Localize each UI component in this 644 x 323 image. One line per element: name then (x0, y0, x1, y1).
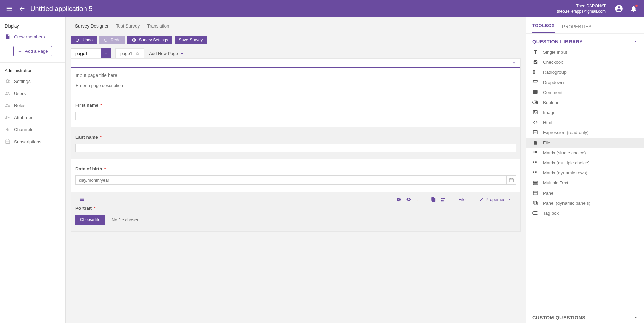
radio-icon (532, 69, 538, 75)
tool-comment[interactable]: Comment (526, 87, 644, 97)
svg-rect-3 (509, 179, 513, 182)
delete-question-icon[interactable] (396, 196, 402, 202)
calendar-icon[interactable] (507, 175, 516, 185)
menu-icon[interactable] (5, 4, 14, 13)
tab-translation[interactable]: Translation (147, 23, 169, 32)
multitext-icon (532, 180, 538, 186)
drag-handle-icon[interactable] (79, 196, 85, 202)
page-icon (5, 34, 11, 40)
back-icon[interactable] (17, 4, 27, 13)
right-tabs: TOOLBOX PROPERTIES (526, 17, 644, 34)
chevron-up-icon (633, 39, 638, 44)
notification-dot-icon (635, 4, 638, 7)
sidebar: Display Crew members Add a Page Administ… (0, 17, 66, 323)
svg-rect-33 (533, 184, 537, 185)
question-properties-button[interactable]: Properties (478, 197, 513, 202)
tool-panel[interactable]: Panel (526, 188, 644, 198)
sidebar-admin-label: Administration (0, 64, 65, 75)
visibility-icon[interactable] (406, 196, 412, 202)
tool-html[interactable]: Html (526, 117, 644, 127)
sidebar-item-users[interactable]: Users (0, 87, 65, 99)
question-library-header[interactable]: QUESTION LIBRARY (526, 34, 644, 47)
first-name-input[interactable] (75, 112, 516, 120)
page-select[interactable]: page1 (71, 48, 111, 58)
tool-expression[interactable]: Expression (read-only) (526, 127, 644, 138)
channels-icon (5, 126, 11, 132)
tool-matrix-single[interactable]: Matrix (single choice) (526, 148, 644, 158)
panel-resizer[interactable] (526, 17, 527, 323)
sidebar-item-subscriptions[interactable]: Subscriptions (0, 136, 65, 148)
tool-tag-box[interactable]: Tag box (526, 208, 644, 218)
save-survey-button[interactable]: Save Survey (175, 36, 207, 44)
tool-matrix-multiple[interactable]: Matrix (multiple choice) (526, 158, 644, 168)
page-tab-page1[interactable]: page1 (115, 48, 144, 58)
sidebar-item-roles[interactable]: Roles (0, 99, 65, 111)
tool-matrix-dynamic[interactable]: Matrix (dynamic rows) (526, 168, 644, 178)
sidebar-item-crew-members[interactable]: Crew members (0, 31, 65, 43)
survey-settings-button[interactable]: Survey Settings (127, 36, 172, 44)
tool-checkbox[interactable]: Checkbox (526, 57, 644, 67)
custom-questions-header[interactable]: CUSTOM QUESTIONS (526, 310, 644, 323)
chevron-down-icon (633, 315, 638, 320)
page-title: Untitled application 5 (30, 5, 93, 13)
svg-point-0 (6, 104, 8, 105)
add-new-page-button[interactable]: Add New Page + (144, 48, 188, 58)
tool-file[interactable]: File (526, 138, 644, 148)
tool-dropdown[interactable]: Dropdown (526, 77, 644, 87)
account-icon[interactable] (613, 3, 625, 14)
tool-image[interactable]: Image (526, 107, 644, 117)
last-name-input[interactable] (75, 144, 516, 152)
collapse-page-icon[interactable] (511, 60, 517, 66)
redo-button[interactable]: Redo (99, 36, 125, 44)
file-status: No file chosen (112, 217, 139, 222)
survey-canvas: First name* Last name* Date of birth* (71, 58, 521, 232)
sidebar-item-channels[interactable]: Channels (0, 123, 65, 136)
sidebar-item-label: Channels (14, 127, 33, 132)
tab-properties[interactable]: PROPERTIES (562, 24, 592, 33)
copy-question-icon[interactable] (431, 196, 437, 202)
question-first-name[interactable]: First name* (71, 95, 520, 127)
svg-point-17 (534, 152, 535, 153)
undo-button[interactable]: Undo (71, 36, 97, 44)
add-to-toolbox-icon[interactable] (440, 196, 446, 202)
sidebar-item-attributes[interactable]: Attributes (0, 111, 65, 123)
question-label: First name (75, 103, 98, 108)
chevron-down-icon[interactable] (101, 48, 111, 58)
tab-toolbox[interactable]: TOOLBOX (532, 23, 555, 33)
question-label: Last name (75, 134, 98, 140)
page-description-input[interactable] (76, 82, 516, 89)
toggle-icon (532, 99, 538, 105)
question-last-name[interactable]: Last name* (71, 127, 520, 159)
attributes-icon (5, 114, 11, 120)
svg-rect-31 (533, 181, 537, 182)
sidebar-item-settings[interactable]: Settings (0, 75, 65, 87)
required-toggle-icon[interactable]: ! (415, 196, 421, 202)
tool-boolean[interactable]: Boolean (526, 97, 644, 107)
question-portrait[interactable]: ! File Properties (71, 192, 520, 231)
gear-icon (131, 38, 136, 42)
choose-file-button[interactable]: Choose file (75, 215, 105, 225)
page-title-input[interactable] (76, 71, 516, 79)
date-input[interactable] (75, 175, 507, 185)
tool-panel-dynamic[interactable]: Panel (dynamic panels) (526, 198, 644, 208)
sidebar-item-label: Roles (14, 103, 26, 108)
svg-point-6 (533, 70, 534, 71)
page-bar: page1 page1 Add New Page + (71, 48, 521, 58)
svg-rect-37 (533, 212, 538, 215)
tab-survey-designer[interactable]: Survey Designer (75, 23, 109, 32)
svg-rect-27 (535, 171, 536, 172)
tag-icon (532, 210, 538, 216)
question-date-of-birth[interactable]: Date of birth* (71, 159, 520, 192)
notifications-icon[interactable] (628, 3, 639, 14)
roles-icon (5, 102, 11, 108)
question-type-selector[interactable]: File (456, 197, 468, 202)
tab-test-survey[interactable]: Test Survey (116, 23, 140, 32)
text-icon (532, 49, 538, 55)
app-header: Untitled application 5 Theo DARONAT theo… (0, 0, 644, 17)
add-page-button[interactable]: Add a Page (13, 46, 52, 56)
gear-icon[interactable] (135, 52, 139, 56)
tool-radiogroup[interactable]: Radiogroup (526, 67, 644, 77)
tool-single-input[interactable]: Single Input (526, 47, 644, 57)
right-panel: TOOLBOX PROPERTIES QUESTION LIBRARY Sing… (526, 17, 644, 323)
tool-multiple-text[interactable]: Multiple Text (526, 178, 644, 188)
